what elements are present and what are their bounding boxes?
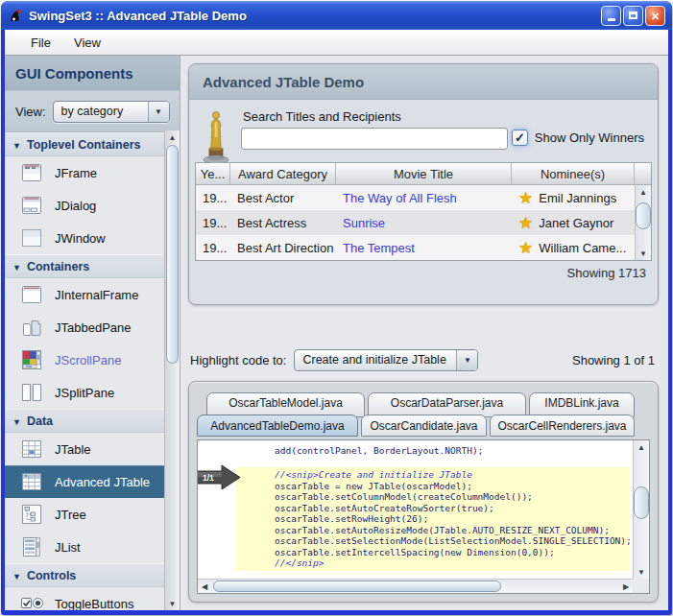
section-header-containers[interactable]: Containers: [5, 254, 180, 278]
table-row[interactable]: 19...Best ActressSunriseJanet Gaynor: [196, 210, 635, 235]
sidebar-item-togglebuttons[interactable]: ToggleButtons: [5, 587, 180, 610]
maximize-icon: [629, 12, 637, 19]
sidebar-item-jdialog[interactable]: JDialog: [5, 189, 180, 222]
awards-table: Ye...Award CategoryMovie TitleNominee(s)…: [195, 162, 652, 261]
scroll-up-icon[interactable]: [634, 440, 649, 454]
sidebar-item-jinternalframe[interactable]: JInternalFrame: [5, 278, 180, 311]
column-header-movie-title[interactable]: Movie Title: [336, 163, 512, 184]
window-content: GUI Components View: by category Topleve…: [5, 56, 668, 610]
search-group: Search Titles and Recipients: [241, 107, 508, 150]
menu-item-file[interactable]: File: [20, 33, 61, 53]
sidebar-item-label: ToggleButtons: [55, 597, 133, 611]
code-vertical-scrollbar[interactable]: [633, 440, 649, 579]
scroll-left-icon[interactable]: [198, 580, 211, 593]
togglebuttons-icon: [19, 591, 44, 610]
scroll-up-icon[interactable]: [165, 130, 180, 144]
jinternalframe-icon: [19, 282, 44, 307]
collapse-triangle-icon: [12, 138, 21, 152]
code-content: add(controlPanel, BorderLayout.NORTH);//…: [198, 440, 633, 579]
sidebar-item-label: JScrollPane: [55, 353, 121, 367]
jsplitpane-icon: [19, 380, 44, 405]
collapse-triangle-icon: [12, 260, 21, 273]
section-header-data[interactable]: Data: [5, 409, 180, 433]
cell-movie-link[interactable]: Sunrise: [336, 210, 512, 235]
scroll-down-icon[interactable]: [634, 565, 649, 579]
view-combobox[interactable]: by category: [53, 101, 170, 123]
minimize-icon: [608, 18, 615, 21]
table-status: Showing 1713: [189, 261, 658, 280]
scroll-down-icon[interactable]: [636, 247, 651, 260]
table-scrollbar-thumb[interactable]: [636, 202, 651, 229]
scroll-right-icon[interactable]: [619, 580, 633, 593]
title-bar[interactable]: SwingSet3 :: Advanced JTable Demo: [1, 1, 672, 30]
code-vscrollbar-thumb[interactable]: [634, 486, 649, 519]
sidebar-item-jlist[interactable]: JList: [5, 531, 180, 563]
demo-title: Advanced JTable Demo: [203, 74, 364, 90]
cell-movie-link[interactable]: The Way of All Flesh: [336, 185, 512, 210]
sidebar-item-advanced-jtable[interactable]: Advanced JTable: [5, 465, 180, 498]
code-horizontal-scrollbar[interactable]: [198, 579, 633, 593]
sidebar-scrollbar-thumb[interactable]: [166, 145, 179, 364]
tab-oscarcellrenderers[interactable]: OscarCellRenderers.java: [490, 415, 635, 437]
sidebar-item-jsplitpane[interactable]: JSplitPane: [5, 376, 180, 409]
section-header-controls[interactable]: Controls: [5, 563, 180, 587]
tab-oscarcandidate[interactable]: OscarCandidate.java: [361, 415, 487, 437]
cell-year: 19...: [196, 235, 230, 260]
scroll-up-icon[interactable]: [636, 185, 651, 199]
demo-panel: Advanced JTable Demo: [188, 63, 659, 305]
show-only-winners-checkbox[interactable]: [512, 130, 528, 146]
check-icon: [515, 130, 525, 145]
table-scrollbar[interactable]: [635, 185, 651, 260]
cell-movie-link[interactable]: The Tempest: [336, 235, 512, 260]
code-line: oscarTable.setRowHeight(26);: [236, 513, 630, 525]
jdialog-icon: [19, 193, 44, 218]
menu-bar: FileView: [5, 30, 668, 56]
close-button[interactable]: [645, 6, 665, 26]
sidebar-item-label: JTable: [55, 442, 91, 457]
column-header-ye[interactable]: Ye...: [196, 163, 230, 184]
maximize-button[interactable]: [623, 6, 643, 26]
sidebar-item-jwindow[interactable]: JWindow: [5, 222, 180, 254]
highlight-code-row: Highlight code to: Create and initialize…: [190, 347, 659, 372]
jframe-icon: [19, 160, 44, 185]
chevron-down-icon: [148, 102, 169, 122]
highlight-code-label: Highlight code to:: [190, 353, 286, 367]
sidebar-item-jscrollpane[interactable]: JScrollPane: [5, 344, 180, 376]
table-row[interactable]: 19...Best Art DirectionThe TempestWillia…: [196, 235, 635, 260]
sidebar: GUI Components View: by category Topleve…: [5, 56, 180, 610]
demo-panel-header: Advanced JTable Demo: [189, 64, 658, 100]
section-label: Containers: [27, 260, 89, 273]
scroll-down-icon[interactable]: [165, 597, 180, 610]
sidebar-item-label: JInternalFrame: [55, 288, 138, 302]
search-input[interactable]: [241, 128, 508, 150]
code-line: oscarTable.setAutoResizeMode(JTable.AUTO…: [236, 525, 630, 536]
tab-advancedtabledemo[interactable]: AdvancedTableDemo.java: [197, 415, 358, 437]
sidebar-item-jtree[interactable]: JTree: [5, 498, 180, 531]
snippet-status: Showing 1 of 1: [572, 353, 659, 367]
column-header-award-category[interactable]: Award Category: [230, 163, 336, 184]
highlight-marker-text: 1/1: [203, 473, 214, 483]
sidebar-item-jframe[interactable]: JFrame: [5, 156, 180, 189]
duke-app-icon: [8, 8, 24, 24]
code-hscrollbar-thumb[interactable]: [213, 580, 501, 592]
demo-area: Advanced JTable Demo: [180, 56, 668, 610]
table-row[interactable]: 19...Best ActorThe Way of All FleshEmil …: [196, 185, 635, 210]
minimize-button[interactable]: [601, 6, 621, 26]
code-line: [198, 457, 633, 468]
column-header-nominee-s[interactable]: Nominee(s): [512, 163, 635, 184]
highlight-marker: 1/1: [197, 464, 242, 490]
code-line: //<snip>Create and initialize JTable: [236, 469, 630, 481]
cell-nominee: Janet Gaynor: [512, 210, 635, 235]
code-line: add(controlPanel, BorderLayout.NORTH);: [198, 445, 633, 457]
sidebar-item-label: JFrame: [55, 166, 97, 180]
sidebar-scrollbar[interactable]: [164, 130, 180, 610]
sidebar-item-jtable[interactable]: JTable: [5, 433, 180, 465]
highlight-code-combobox[interactable]: Create and initialize JTable: [294, 349, 478, 371]
winner-star-icon: [518, 238, 533, 258]
winner-star-icon: [518, 213, 533, 233]
jscrollpane-icon: [19, 347, 44, 372]
cell-category: Best Actor: [230, 185, 336, 210]
sidebar-item-jtabbedpane[interactable]: JTabbedPane: [5, 311, 180, 344]
menu-item-view[interactable]: View: [63, 33, 111, 53]
section-header-toplevel-containers[interactable]: Toplevel Containers: [5, 132, 180, 156]
